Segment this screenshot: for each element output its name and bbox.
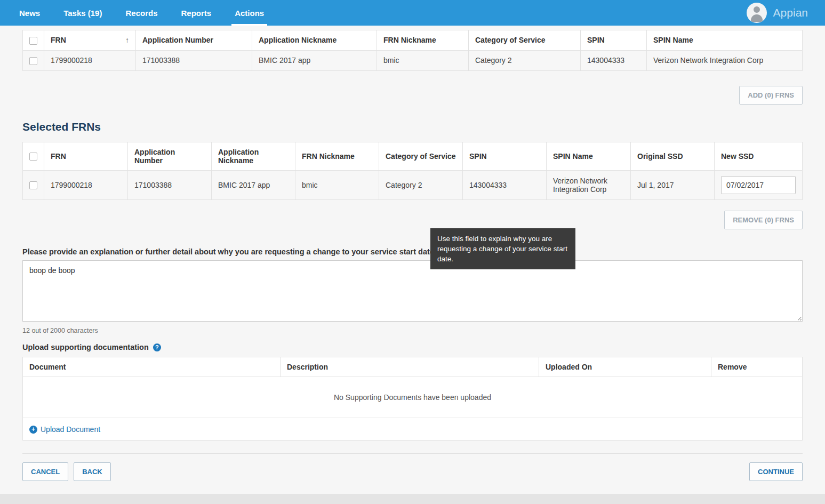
page: News Tasks (19) Records Reports Actions … — [0, 0, 825, 504]
column-header-category-of-service: Category of Service — [469, 30, 581, 51]
row-checkbox[interactable] — [29, 57, 37, 65]
row-checkbox[interactable] — [29, 181, 37, 189]
table-header-row: FRN ↑ Application Number Application Nic… — [23, 30, 803, 51]
column-header-frn-nickname: FRN Nickname — [377, 30, 469, 51]
column-header-frn[interactable]: FRN ↑ — [44, 30, 136, 51]
table-header-row: Document Description Uploaded On Remove — [23, 357, 803, 377]
cell-frn-nickname: bmic — [295, 170, 379, 199]
table-row: 1799000218 171003388 BMIC 2017 app bmic … — [23, 50, 803, 70]
cell-spin: 143004333 — [581, 50, 647, 70]
cell-application-number: 171003388 — [136, 50, 252, 70]
user-avatar[interactable] — [747, 3, 767, 23]
column-header-spin-name: SPIN Name — [647, 30, 803, 51]
cell-application-number: 171003388 — [128, 170, 212, 199]
main-content: FRN ↑ Application Number Application Nic… — [0, 26, 825, 494]
cell-application-nickname: BMIC 2017 app — [252, 50, 377, 70]
appian-logo: Appian — [773, 6, 808, 19]
cell-frn: 1799000218 — [44, 50, 136, 70]
column-header-description: Description — [281, 357, 539, 377]
supporting-documents-table: Document Description Uploaded On Remove … — [22, 357, 803, 441]
top-navigation: News Tasks (19) Records Reports Actions … — [0, 0, 825, 26]
column-header-application-number: Application Number — [136, 30, 252, 51]
character-counter: 12 out of 2000 characters — [22, 327, 803, 334]
column-header-original-ssd: Original SSD — [631, 142, 715, 170]
column-header-application-nickname: Application Nickname — [212, 142, 295, 170]
nav-right: Appian — [747, 0, 818, 26]
remove-frns-button[interactable]: REMOVE (0) FRNS — [724, 211, 803, 229]
column-header-application-number: Application Number — [128, 142, 212, 170]
selected-frns-heading: Selected FRNs — [22, 121, 803, 133]
continue-button[interactable]: CONTINUE — [749, 462, 803, 481]
frn-search-results-table: FRN ↑ Application Number Application Nic… — [22, 30, 803, 71]
cell-spin: 143004333 — [463, 170, 547, 199]
selected-frns-table: FRN Application Number Application Nickn… — [22, 142, 803, 200]
table-row: 1799000218 171003388 BMIC 2017 app bmic … — [23, 170, 803, 199]
column-header-frn-nickname: FRN Nickname — [295, 142, 379, 170]
nav-item-reports[interactable]: Reports — [169, 0, 223, 26]
column-header-remove: Remove — [711, 357, 803, 377]
column-header-frn: FRN — [44, 142, 128, 170]
help-tooltip: Use this field to explain why you are re… — [430, 228, 575, 269]
explanation-textarea[interactable]: boop de boop — [22, 260, 803, 322]
upload-document-link[interactable]: + Upload Document — [29, 425, 100, 434]
column-header-uploaded-on: Uploaded On — [539, 357, 711, 377]
empty-state-message: No Supporting Documents have been upload… — [23, 377, 803, 418]
nav-item-actions[interactable]: Actions — [223, 0, 276, 26]
column-header-category-of-service: Category of Service — [379, 142, 463, 170]
form-footer: CANCEL BACK CONTINUE — [22, 453, 803, 481]
cell-spin-name: Verizon Network Integration Corp — [547, 170, 631, 199]
column-header-new-ssd: New SSD — [715, 142, 803, 170]
cell-category-of-service: Category 2 — [379, 170, 463, 199]
back-button[interactable]: BACK — [74, 462, 111, 481]
empty-state-row: No Supporting Documents have been upload… — [23, 377, 803, 418]
select-all-checkbox[interactable] — [29, 153, 37, 161]
cell-frn-nickname: bmic — [377, 50, 469, 70]
cell-new-ssd — [715, 170, 803, 199]
column-header-spin-name: SPIN Name — [547, 142, 631, 170]
column-header-spin: SPIN — [581, 30, 647, 51]
table-header-row: FRN Application Number Application Nickn… — [23, 142, 803, 170]
upload-link-row: + Upload Document — [23, 418, 803, 441]
cell-application-nickname: BMIC 2017 app — [212, 170, 295, 199]
plus-icon: + — [29, 426, 37, 434]
cell-spin-name: Verizon Network Integration Corp — [647, 50, 803, 70]
nav-item-news[interactable]: News — [7, 0, 52, 26]
cancel-button[interactable]: CANCEL — [22, 462, 68, 481]
explanation-label: Please provide an explanation or further… — [22, 247, 803, 256]
column-header-spin: SPIN — [463, 142, 547, 170]
add-frns-button[interactable]: ADD (0) FRNS — [739, 86, 803, 105]
column-header-document: Document — [23, 357, 281, 377]
select-all-checkbox[interactable] — [29, 37, 37, 45]
sort-ascending-icon[interactable]: ↑ — [125, 36, 129, 44]
cell-frn: 1799000218 — [44, 170, 128, 199]
help-icon[interactable]: ? — [153, 343, 161, 351]
cell-category-of-service: Category 2 — [469, 50, 581, 70]
cell-original-ssd: Jul 1, 2017 — [631, 170, 715, 199]
new-ssd-input[interactable] — [721, 176, 796, 194]
nav-item-records[interactable]: Records — [114, 0, 169, 26]
column-header-application-nickname: Application Nickname — [252, 30, 377, 51]
upload-documentation-label: Upload supporting documentation ? — [22, 343, 803, 351]
nav-item-tasks[interactable]: Tasks (19) — [52, 0, 114, 26]
